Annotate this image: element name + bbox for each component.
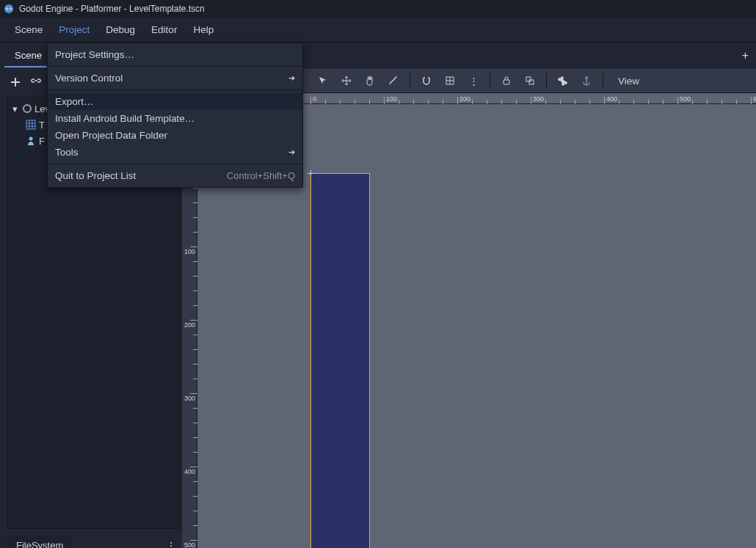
svg-point-0 bbox=[4, 4, 13, 13]
toolbar-separator bbox=[490, 73, 490, 88]
godot-logo-icon bbox=[3, 3, 15, 15]
node-label: F bbox=[39, 136, 45, 147]
menu-help[interactable]: Help bbox=[186, 20, 221, 40]
menu-item-label: Quit to Project List bbox=[55, 170, 136, 181]
svg-rect-5 bbox=[26, 120, 35, 129]
snap-menu-icon[interactable]: ⋮ bbox=[466, 73, 481, 88]
menu-item-label: Project Settings… bbox=[55, 49, 134, 60]
menu-separator bbox=[48, 66, 302, 67]
menu-editor[interactable]: Editor bbox=[144, 20, 184, 40]
add-tab-button[interactable]: + bbox=[735, 45, 756, 67]
svg-point-3 bbox=[7, 8, 7, 9]
svg-point-4 bbox=[10, 8, 11, 9]
window-title: Godot Engine - Platformer - LevelTemplat… bbox=[19, 4, 205, 14]
snap-grid-icon[interactable] bbox=[443, 73, 457, 88]
group-icon[interactable] bbox=[523, 73, 537, 88]
menu-item-label: Install Android Build Template… bbox=[55, 113, 195, 124]
menu-install-android[interactable]: Install Android Build Template… bbox=[48, 110, 302, 127]
menu-item-label: Version Control bbox=[55, 73, 123, 84]
filesystem-panel-header: FileSystem ⋮ bbox=[7, 536, 181, 548]
node-label: T bbox=[39, 120, 45, 131]
svg-rect-8 bbox=[504, 80, 509, 84]
menu-separator bbox=[48, 164, 302, 164]
menu-project-settings[interactable]: Project Settings… bbox=[48, 46, 302, 63]
menu-quit-project-list[interactable]: Quit to Project List Control+Shift+Q bbox=[48, 167, 302, 184]
titlebar: Godot Engine - Platformer - LevelTemplat… bbox=[0, 0, 756, 18]
anchor-icon[interactable] bbox=[579, 73, 594, 88]
svg-rect-9 bbox=[526, 77, 531, 81]
menu-separator bbox=[48, 89, 302, 90]
menu-scene[interactable]: Scene bbox=[7, 20, 50, 40]
toolbar-separator bbox=[546, 73, 547, 88]
menu-project[interactable]: Project bbox=[51, 20, 97, 40]
x-axis-guide bbox=[310, 173, 756, 174]
submenu-arrow-icon: ➔ bbox=[288, 147, 295, 157]
expand-icon[interactable]: ▾ bbox=[12, 103, 20, 114]
tab-scene[interactable]: Scene bbox=[4, 44, 52, 67]
lock-icon[interactable] bbox=[499, 73, 514, 88]
menu-open-project-folder[interactable]: Open Project Data Folder bbox=[48, 127, 302, 144]
menu-item-label: Tools bbox=[55, 147, 79, 158]
menu-debug[interactable]: Debug bbox=[98, 20, 142, 40]
snap-icon[interactable] bbox=[419, 73, 434, 88]
ruler-icon[interactable] bbox=[386, 73, 401, 88]
panel-menu-icon[interactable]: ⋮ bbox=[161, 537, 181, 548]
pawn-icon bbox=[26, 136, 36, 146]
menubar: Scene Project Debug Editor Help bbox=[0, 18, 756, 43]
bone-icon[interactable] bbox=[556, 73, 570, 88]
node2d-icon bbox=[23, 104, 32, 113]
menu-item-label: Open Project Data Folder bbox=[55, 130, 167, 141]
submenu-arrow-icon: ➔ bbox=[288, 73, 295, 83]
menu-export[interactable]: Export… bbox=[48, 93, 302, 110]
svg-point-11 bbox=[586, 77, 588, 79]
filesystem-tab[interactable]: FileSystem bbox=[7, 536, 72, 548]
origin-icon bbox=[308, 170, 314, 177]
menu-tools[interactable]: Tools ➔ bbox=[48, 144, 302, 161]
toolbar-separator bbox=[410, 73, 410, 88]
toolbar-separator bbox=[603, 73, 603, 88]
selected-node-rect[interactable] bbox=[310, 173, 370, 548]
link-icon[interactable] bbox=[29, 76, 43, 89]
menu-shortcut: Control+Shift+Q bbox=[227, 170, 295, 181]
svg-point-6 bbox=[29, 137, 33, 141]
menu-item-label: Export… bbox=[55, 96, 94, 107]
view-menu[interactable]: View bbox=[612, 73, 645, 89]
project-menu-dropdown: Project Settings… Version Control ➔ Expo… bbox=[47, 43, 303, 188]
tilemap-icon bbox=[26, 120, 36, 130]
menu-version-control[interactable]: Version Control ➔ bbox=[48, 70, 302, 87]
move-icon[interactable] bbox=[339, 73, 354, 88]
add-node-icon[interactable] bbox=[9, 76, 22, 89]
select-icon[interactable] bbox=[316, 73, 330, 88]
svg-rect-10 bbox=[529, 80, 534, 84]
pan-icon[interactable] bbox=[363, 73, 377, 88]
